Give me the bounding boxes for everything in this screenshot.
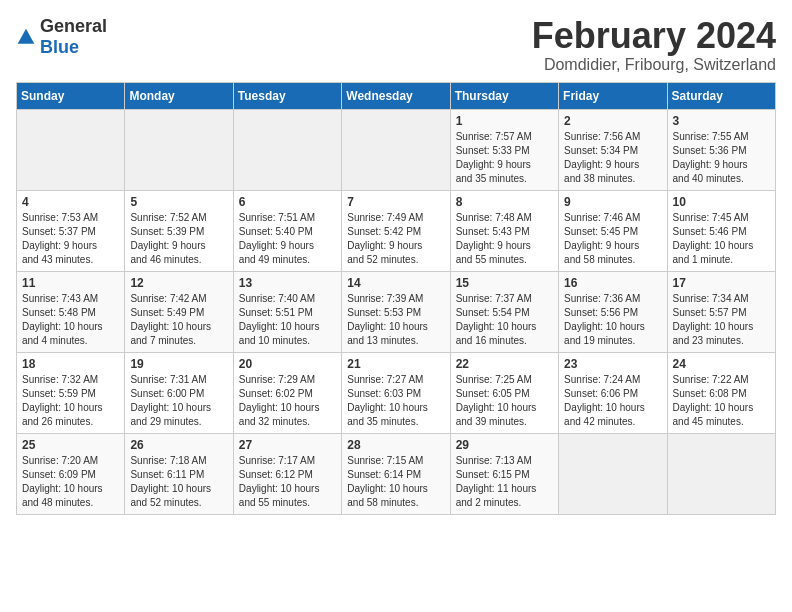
calendar-day-cell: 20Sunrise: 7:29 AM Sunset: 6:02 PM Dayli… [233,352,341,433]
weekday-header: Saturday [667,82,775,109]
calendar-day-cell: 16Sunrise: 7:36 AM Sunset: 5:56 PM Dayli… [559,271,667,352]
day-number: 27 [239,438,336,452]
calendar-day-cell: 8Sunrise: 7:48 AM Sunset: 5:43 PM Daylig… [450,190,558,271]
day-number: 15 [456,276,553,290]
calendar-day-cell: 14Sunrise: 7:39 AM Sunset: 5:53 PM Dayli… [342,271,450,352]
calendar-day-cell: 15Sunrise: 7:37 AM Sunset: 5:54 PM Dayli… [450,271,558,352]
day-detail: Sunrise: 7:56 AM Sunset: 5:34 PM Dayligh… [564,130,661,186]
day-detail: Sunrise: 7:49 AM Sunset: 5:42 PM Dayligh… [347,211,444,267]
day-detail: Sunrise: 7:22 AM Sunset: 6:08 PM Dayligh… [673,373,770,429]
day-detail: Sunrise: 7:13 AM Sunset: 6:15 PM Dayligh… [456,454,553,510]
calendar-day-cell [125,109,233,190]
calendar-week-row: 25Sunrise: 7:20 AM Sunset: 6:09 PM Dayli… [17,433,776,514]
title-block: February 2024 Domdidier, Fribourg, Switz… [532,16,776,74]
calendar-day-cell: 25Sunrise: 7:20 AM Sunset: 6:09 PM Dayli… [17,433,125,514]
day-number: 21 [347,357,444,371]
day-number: 7 [347,195,444,209]
calendar-day-cell: 19Sunrise: 7:31 AM Sunset: 6:00 PM Dayli… [125,352,233,433]
day-number: 13 [239,276,336,290]
weekday-header: Wednesday [342,82,450,109]
calendar-day-cell: 3Sunrise: 7:55 AM Sunset: 5:36 PM Daylig… [667,109,775,190]
day-detail: Sunrise: 7:18 AM Sunset: 6:11 PM Dayligh… [130,454,227,510]
day-number: 5 [130,195,227,209]
day-detail: Sunrise: 7:37 AM Sunset: 5:54 PM Dayligh… [456,292,553,348]
calendar-day-cell: 12Sunrise: 7:42 AM Sunset: 5:49 PM Dayli… [125,271,233,352]
calendar-day-cell: 24Sunrise: 7:22 AM Sunset: 6:08 PM Dayli… [667,352,775,433]
calendar-day-cell: 11Sunrise: 7:43 AM Sunset: 5:48 PM Dayli… [17,271,125,352]
day-number: 19 [130,357,227,371]
day-detail: Sunrise: 7:27 AM Sunset: 6:03 PM Dayligh… [347,373,444,429]
day-detail: Sunrise: 7:32 AM Sunset: 5:59 PM Dayligh… [22,373,119,429]
day-detail: Sunrise: 7:34 AM Sunset: 5:57 PM Dayligh… [673,292,770,348]
header-row: SundayMondayTuesdayWednesdayThursdayFrid… [17,82,776,109]
day-detail: Sunrise: 7:24 AM Sunset: 6:06 PM Dayligh… [564,373,661,429]
day-number: 22 [456,357,553,371]
calendar-day-cell: 7Sunrise: 7:49 AM Sunset: 5:42 PM Daylig… [342,190,450,271]
day-number: 20 [239,357,336,371]
day-number: 28 [347,438,444,452]
day-detail: Sunrise: 7:53 AM Sunset: 5:37 PM Dayligh… [22,211,119,267]
day-number: 9 [564,195,661,209]
day-number: 25 [22,438,119,452]
logo-general: General [40,16,107,36]
day-number: 24 [673,357,770,371]
day-number: 1 [456,114,553,128]
calendar-day-cell: 29Sunrise: 7:13 AM Sunset: 6:15 PM Dayli… [450,433,558,514]
calendar-day-cell: 4Sunrise: 7:53 AM Sunset: 5:37 PM Daylig… [17,190,125,271]
calendar-day-cell: 9Sunrise: 7:46 AM Sunset: 5:45 PM Daylig… [559,190,667,271]
day-number: 2 [564,114,661,128]
calendar-day-cell: 18Sunrise: 7:32 AM Sunset: 5:59 PM Dayli… [17,352,125,433]
calendar-week-row: 4Sunrise: 7:53 AM Sunset: 5:37 PM Daylig… [17,190,776,271]
day-detail: Sunrise: 7:39 AM Sunset: 5:53 PM Dayligh… [347,292,444,348]
day-detail: Sunrise: 7:36 AM Sunset: 5:56 PM Dayligh… [564,292,661,348]
calendar-day-cell: 17Sunrise: 7:34 AM Sunset: 5:57 PM Dayli… [667,271,775,352]
page-header: General Blue February 2024 Domdidier, Fr… [16,16,776,74]
calendar-week-row: 18Sunrise: 7:32 AM Sunset: 5:59 PM Dayli… [17,352,776,433]
weekday-header: Sunday [17,82,125,109]
calendar-day-cell: 6Sunrise: 7:51 AM Sunset: 5:40 PM Daylig… [233,190,341,271]
day-number: 26 [130,438,227,452]
day-detail: Sunrise: 7:17 AM Sunset: 6:12 PM Dayligh… [239,454,336,510]
day-number: 4 [22,195,119,209]
day-detail: Sunrise: 7:52 AM Sunset: 5:39 PM Dayligh… [130,211,227,267]
day-number: 8 [456,195,553,209]
calendar-day-cell [342,109,450,190]
day-number: 17 [673,276,770,290]
day-number: 23 [564,357,661,371]
calendar-day-cell: 10Sunrise: 7:45 AM Sunset: 5:46 PM Dayli… [667,190,775,271]
logo: General Blue [16,16,107,58]
day-number: 6 [239,195,336,209]
day-number: 16 [564,276,661,290]
day-detail: Sunrise: 7:31 AM Sunset: 6:00 PM Dayligh… [130,373,227,429]
day-detail: Sunrise: 7:42 AM Sunset: 5:49 PM Dayligh… [130,292,227,348]
day-number: 12 [130,276,227,290]
calendar-day-cell: 23Sunrise: 7:24 AM Sunset: 6:06 PM Dayli… [559,352,667,433]
day-number: 10 [673,195,770,209]
day-number: 3 [673,114,770,128]
day-detail: Sunrise: 7:51 AM Sunset: 5:40 PM Dayligh… [239,211,336,267]
day-number: 14 [347,276,444,290]
calendar-day-cell: 28Sunrise: 7:15 AM Sunset: 6:14 PM Dayli… [342,433,450,514]
day-number: 18 [22,357,119,371]
calendar-table: SundayMondayTuesdayWednesdayThursdayFrid… [16,82,776,515]
day-detail: Sunrise: 7:46 AM Sunset: 5:45 PM Dayligh… [564,211,661,267]
calendar-day-cell: 27Sunrise: 7:17 AM Sunset: 6:12 PM Dayli… [233,433,341,514]
calendar-title: February 2024 [532,16,776,56]
logo-icon [16,27,36,47]
calendar-day-cell: 26Sunrise: 7:18 AM Sunset: 6:11 PM Dayli… [125,433,233,514]
day-detail: Sunrise: 7:45 AM Sunset: 5:46 PM Dayligh… [673,211,770,267]
calendar-day-cell [559,433,667,514]
day-detail: Sunrise: 7:57 AM Sunset: 5:33 PM Dayligh… [456,130,553,186]
weekday-header: Friday [559,82,667,109]
calendar-day-cell [233,109,341,190]
calendar-day-cell: 21Sunrise: 7:27 AM Sunset: 6:03 PM Dayli… [342,352,450,433]
calendar-day-cell: 22Sunrise: 7:25 AM Sunset: 6:05 PM Dayli… [450,352,558,433]
weekday-header: Thursday [450,82,558,109]
day-detail: Sunrise: 7:40 AM Sunset: 5:51 PM Dayligh… [239,292,336,348]
calendar-week-row: 1Sunrise: 7:57 AM Sunset: 5:33 PM Daylig… [17,109,776,190]
day-detail: Sunrise: 7:25 AM Sunset: 6:05 PM Dayligh… [456,373,553,429]
calendar-day-cell: 5Sunrise: 7:52 AM Sunset: 5:39 PM Daylig… [125,190,233,271]
calendar-day-cell: 1Sunrise: 7:57 AM Sunset: 5:33 PM Daylig… [450,109,558,190]
weekday-header: Tuesday [233,82,341,109]
calendar-subtitle: Domdidier, Fribourg, Switzerland [532,56,776,74]
